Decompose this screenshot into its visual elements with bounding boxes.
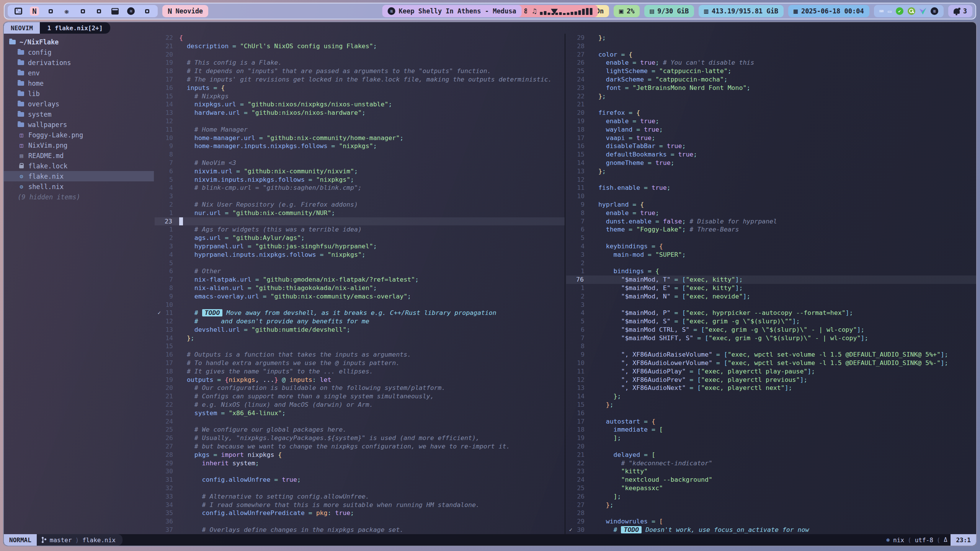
tree-item[interactable]: system <box>4 109 154 119</box>
code-line[interactable]: 36 <box>155 517 565 526</box>
code-line[interactable]: 31 config.allowUnfree = true; <box>155 476 565 484</box>
workspace-button-9[interactable] <box>142 7 152 16</box>
code-line[interactable]: 1 "$mainMod, E" = ["exec, kitty"]; <box>566 284 976 292</box>
code-line[interactable]: 5 <box>155 259 565 267</box>
code-line[interactable]: 5 "$mainMod, S" = ["exec, grim -g \"$(sl… <box>566 317 976 326</box>
code-line[interactable]: 1 nur.url = "github:nix-community/NUR"; <box>155 209 565 217</box>
code-line[interactable]: 20 firefox = { <box>566 109 976 117</box>
code-line[interactable]: 1 # Ags for widgets (this was a terrible… <box>155 225 565 234</box>
code-line[interactable]: 8 nix-alien.url = "github:thiagokokada/n… <box>155 284 565 292</box>
tree-item[interactable]: config <box>4 47 154 57</box>
code-line[interactable]: 4 hyprpanel.inputs.nixpkgs.follows = "ni… <box>155 251 565 259</box>
code-line[interactable]: 19 enable = true; <box>566 117 976 126</box>
code-line[interactable]: 19 # This config is a Flake. <box>155 59 565 67</box>
code-line[interactable]: 2 <box>566 259 976 267</box>
code-line[interactable]: 3 <box>566 301 976 309</box>
code-line[interactable]: 22 }; <box>566 92 976 101</box>
code-line[interactable]: 27 # but because we want to change the n… <box>155 442 565 451</box>
code-line[interactable]: 23 font = "JetBrainsMono Nerd Font Mono"… <box>566 84 976 92</box>
code-line[interactable]: 9 ", XF86AudioRaiseVolume" = ["exec, wpc… <box>566 350 976 359</box>
code-line[interactable]: 8 enable = true; <box>566 209 976 217</box>
code-line[interactable]: 25 # We configure our global packages he… <box>155 425 565 434</box>
code-line[interactable]: 12 <box>566 176 976 184</box>
code-line[interactable]: 4 # blink-cmp.url = "github:saghen/blink… <box>155 184 565 192</box>
tree-item[interactable]: home <box>4 78 154 88</box>
code-line[interactable]: 17 # The inputs' git revisions get locke… <box>155 75 565 84</box>
tree-item[interactable]: ⚙shell.nix <box>4 181 154 192</box>
code-line[interactable]: 2 ags.url = "github:Aylur/ags"; <box>155 234 565 242</box>
code-line[interactable]: 26 # Usually, "nixpkgs.legacyPackages.${… <box>155 434 565 442</box>
code-line[interactable]: 29 windowrules = [ <box>566 517 976 526</box>
code-line[interactable]: 28 pkgs = import nixpkgs { <box>155 451 565 459</box>
code-line[interactable]: 28 <box>566 42 976 51</box>
code-line[interactable]: 6 theme = "Foggy-Lake"; # Three-Bears <box>566 225 976 234</box>
tree-item[interactable]: ~/NixFlake <box>4 37 154 47</box>
code-line[interactable]: 16 disableTabBar = true; <box>566 142 976 150</box>
workspace-button-4[interactable]: ❋ <box>62 7 71 16</box>
code-line[interactable]: 6 # Other <box>155 267 565 276</box>
code-line[interactable]: 21 # Configs can support more than a sin… <box>155 392 565 401</box>
code-line[interactable]: 12 ", XF86AudioPrev" = ["exec, playerctl… <box>566 376 976 384</box>
code-line[interactable]: 19 outputs = {nixpkgs, ...} @ inputs: le… <box>155 376 565 384</box>
code-line[interactable]: 12 <box>155 117 565 126</box>
code-line[interactable]: 22 # e.g. NixOS (linux) and MacOS (darwi… <box>155 401 565 409</box>
code-line[interactable]: 7 dunst.enable = false; # Disable for hy… <box>566 217 976 226</box>
code-line[interactable]: 16 # Outputs is a function that takes th… <box>155 350 565 359</box>
tree-item[interactable]: ▤README.md <box>4 150 154 161</box>
workspace-button-2[interactable]: N <box>30 7 39 16</box>
code-line[interactable]: 7 # NeoVim <3 <box>155 159 565 167</box>
code-line[interactable]: 14 nixpkgs.url = "github:nixos/nixpkgs/n… <box>155 100 565 109</box>
code-line[interactable]: 15 }; <box>566 401 976 409</box>
cava-pill[interactable]: ♫ <box>527 5 598 17</box>
code-line[interactable]: 17 vaapi = true; <box>566 134 976 142</box>
code-line[interactable]: 26 ]; <box>566 492 976 501</box>
code-line[interactable]: 16 <box>566 409 976 417</box>
code-line[interactable]: 28 <box>566 509 976 517</box>
editor-pane-left[interactable]: 22{21 description = "ChUrl's NixOS confi… <box>154 34 565 534</box>
code-line[interactable]: 15 <box>155 342 565 350</box>
code-line[interactable]: 19 ]; <box>566 434 976 442</box>
code-line[interactable]: 3 hyprpanel.url = "github:jas-singhfsu/h… <box>155 242 565 251</box>
code-line[interactable]: 11 ", XF86AudioPlay" = ["exec, playerctl… <box>566 367 976 376</box>
tree-item[interactable]: flake.lock <box>4 161 154 171</box>
code-line[interactable]: 4 "$mainMod, P" = ["exec, hyprpicker --a… <box>566 309 976 317</box>
active-app-pill[interactable]: N Neovide <box>162 5 208 17</box>
tree-item[interactable]: ⚙flake.nix <box>4 171 154 181</box>
tree-item[interactable]: env <box>4 68 154 78</box>
code-line[interactable]: 3 <box>155 192 565 201</box>
keyboard-icon[interactable]: ⌨ <box>879 7 884 15</box>
code-line[interactable]: 5 <box>566 234 976 242</box>
code-line[interactable]: 24 darkScheme = "catppuccin-mocha"; <box>566 75 976 84</box>
vpn-shield-icon[interactable] <box>920 8 926 15</box>
clock-pill[interactable]: ▦2025-06-18 00:04 <box>788 5 869 17</box>
code-line[interactable]: 23 <box>155 217 565 226</box>
code-line[interactable]: 18 wayland = true; <box>566 126 976 134</box>
code-line[interactable]: 10 ", XF86AudioLowerVolume" = ["exec, wp… <box>566 359 976 367</box>
code-line[interactable]: 13 devshell.url = "github:numtide/devshe… <box>155 326 565 334</box>
code-line[interactable]: 24 <box>155 417 565 426</box>
tab-neovim[interactable]: NEOVIM <box>4 22 40 34</box>
code-line[interactable]: 27 color = { <box>566 51 976 59</box>
code-line[interactable]: 17 # To handle extra arguments we use th… <box>155 359 565 367</box>
editor-pane-right[interactable]: 29 };2827 color = {26 enable = true; # Y… <box>565 34 976 534</box>
code-line[interactable]: 13 }; <box>566 167 976 176</box>
code-line[interactable]: 22 # "kdeconnect-indicator" <box>566 459 976 468</box>
code-line[interactable]: 14 gnomeTheme = true; <box>566 159 976 167</box>
workspace-button-1[interactable] <box>14 7 23 16</box>
code-line[interactable]: 21 <box>566 100 976 109</box>
disk-pill[interactable]: ▥413.19/915.81 GiB <box>699 5 784 17</box>
code-line[interactable]: 20 # Our configuration is buildable on t… <box>155 384 565 392</box>
code-line[interactable]: 34 # I read somewhere that this is more … <box>155 501 565 509</box>
code-line[interactable]: 10 home-manager.url = "github:nix-commun… <box>155 134 565 142</box>
code-line[interactable]: 10 <box>566 192 976 201</box>
code-line[interactable]: 17 autostart = { <box>566 417 976 426</box>
sync-check-icon[interactable]: ✔ <box>896 7 903 15</box>
tree-item[interactable]: ◫NixVim.png <box>4 140 154 150</box>
code-line[interactable]: 25 lightScheme = "catppuccin-latte"; <box>566 67 976 75</box>
code-line[interactable]: 35 config.allowUnfreePredicate = pkg: tr… <box>155 509 565 517</box>
code-line[interactable]: 2 "$mainMod, N" = ["exec, neovide"]; <box>566 292 976 301</box>
code-line[interactable]: 18 # It depends on "inputs" that are pas… <box>155 67 565 75</box>
tree-item[interactable]: derivations <box>4 57 154 68</box>
workspace-button-8[interactable]: ≋ <box>126 7 136 16</box>
code-line[interactable]: 1 bindings = { <box>566 267 976 276</box>
